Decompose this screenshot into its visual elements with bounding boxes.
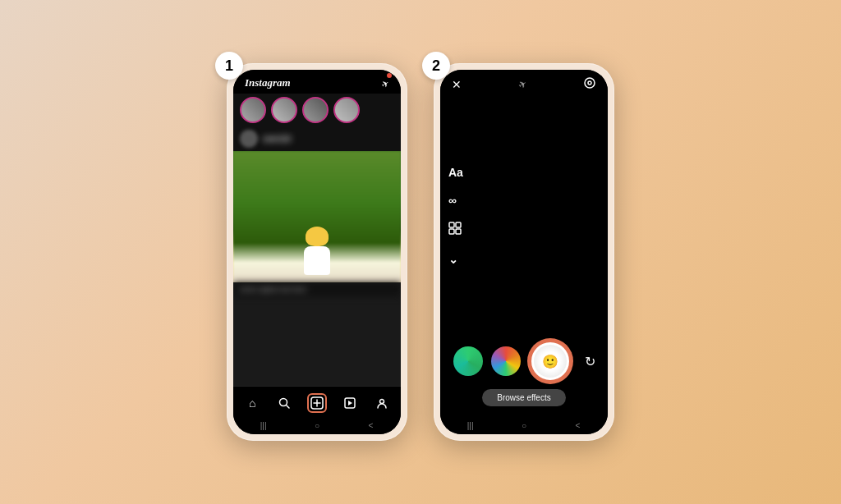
svg-rect-13 [456,229,461,234]
effect-rainbow[interactable] [491,346,521,376]
story-avatar-1[interactable] [240,97,266,123]
homer-body [304,246,330,275]
instagram-header-icons: ♡ ✈ [364,75,389,90]
camera-top-bar: ✕ ✈ [440,70,608,99]
browse-effects-button[interactable]: Browse effects [482,389,565,406]
chevron-down-icon[interactable]: ⌄ [448,253,463,266]
svg-line-1 [286,405,289,409]
camera-bottom: 🙂 ↻ Browse effects [440,333,608,416]
svg-rect-11 [456,222,461,227]
svg-point-8 [585,78,595,88]
svg-rect-10 [449,222,454,227]
post-avatar [240,130,258,148]
add-post-nav-icon[interactable] [307,393,327,413]
post-username: user123 [263,135,291,143]
dm-icon: ✈ [379,77,391,90]
stories-row [233,94,401,126]
svg-point-9 [588,81,591,85]
homer-head [306,227,329,246]
boomerang-tool-icon[interactable]: ∞ [448,194,463,207]
instagram-logo: Instagram [245,76,291,89]
text-tool-icon[interactable]: Aa [448,166,463,179]
dm-icon-wrapper[interactable]: ✈ [382,76,389,90]
effect-selected[interactable]: 🙂 [529,340,572,383]
phone-1: 1 Instagram ♡ ✈ [227,63,407,441]
sys-home-1[interactable]: ○ [311,419,323,431]
sys-home-2[interactable]: ○ [518,419,530,431]
system-bar-1: ||| ○ < [233,416,401,434]
settings-icon[interactable] [583,76,596,92]
post-image [233,151,401,282]
sys-back-1[interactable]: < [365,419,376,431]
ar-face-icon: 🙂 [534,345,567,378]
post-caption: some caption text here [233,282,401,296]
svg-rect-12 [449,229,454,234]
sys-recents-1[interactable]: ||| [258,419,269,431]
refresh-effects-icon[interactable]: ↻ [585,354,595,369]
phone-2-screen: ✕ ✈ Aa ∞ [440,70,608,434]
phones-container: 1 Instagram ♡ ✈ [227,63,614,441]
layout-tool-icon[interactable] [448,222,463,238]
phone-2: 2 ✕ ✈ Aa ∞ [434,63,614,441]
story-avatar-4[interactable] [333,97,360,123]
camera-left-tools: Aa ∞ ⌄ [448,166,463,266]
home-nav-icon[interactable] [244,395,260,411]
instagram-bottom-nav [233,386,401,416]
heart-icon[interactable]: ♡ [364,75,375,90]
airplane-mode-icon: ✈ [516,77,529,91]
post-header: user123 [233,126,401,151]
sys-recents-2[interactable]: ||| [465,419,476,431]
system-bar-2: ||| ○ < [440,416,608,434]
reels-nav-icon[interactable] [342,395,358,411]
step-badge-1: 1 [215,52,243,80]
story-avatar-2[interactable] [271,97,297,123]
effect-green[interactable] [453,346,483,376]
dm-notification-badge [387,73,392,78]
close-icon[interactable]: ✕ [452,78,462,91]
search-nav-icon[interactable] [276,395,292,411]
phone-1-screen: Instagram ♡ ✈ [233,70,401,434]
effects-row: 🙂 ↻ [448,340,600,383]
instagram-status-bar: Instagram ♡ ✈ [233,70,401,94]
profile-nav-icon[interactable] [374,395,390,411]
svg-marker-6 [348,401,352,405]
sys-back-2[interactable]: < [572,419,583,431]
homer-figure [301,227,333,276]
svg-point-7 [379,400,384,404]
step-badge-2: 2 [422,52,450,80]
camera-viewfinder: Aa ∞ ⌄ [440,99,608,333]
story-avatar-3[interactable] [302,97,329,123]
feed-area: user123 some caption text here [233,126,401,386]
